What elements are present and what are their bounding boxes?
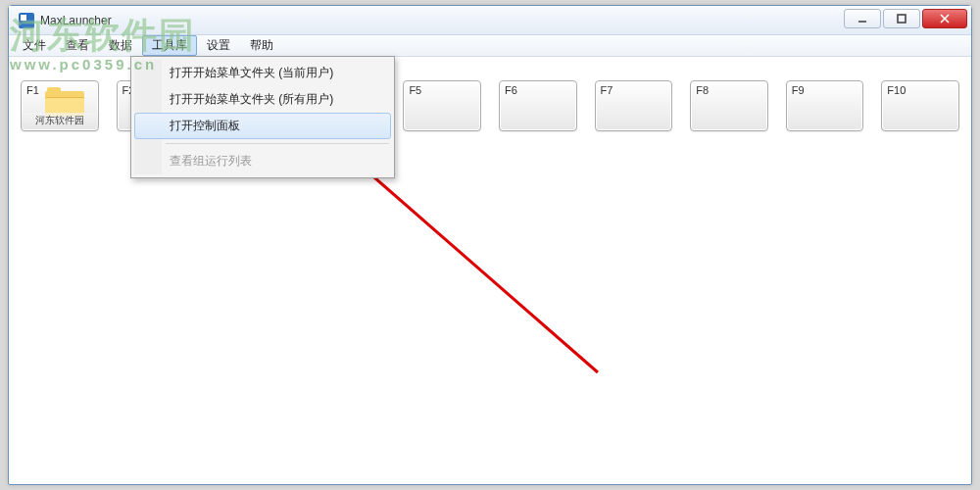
app-icon [19,13,34,28]
minimize-icon [857,13,868,24]
dropdown-item-view-run-list: 查看组运行列表 [134,148,391,174]
menu-file[interactable]: 文件 [13,35,56,56]
maximize-button[interactable] [883,9,920,28]
menubar: 文件 查看 数据 工具库 设置 帮助 [9,35,971,57]
slot-key-label: F1 [26,84,39,96]
slot-f7[interactable]: F7 [595,80,673,131]
slot-caption: 河东软件园 [22,113,98,128]
menu-help[interactable]: 帮助 [240,35,283,56]
dropdown-item-start-all-users[interactable]: 打开开始菜单文件夹 (所有用户) [134,86,391,113]
slot-key-label: F9 [792,84,805,96]
svg-rect-1 [898,15,906,23]
slot-key-label: F10 [887,84,906,96]
slot-key-label: F6 [505,84,517,96]
slot-f1[interactable]: F1 河东软件园 [21,80,99,131]
titlebar[interactable]: MaxLauncher [9,6,971,35]
dropdown-item-control-panel[interactable]: 打开控制面板 [134,113,391,139]
close-button[interactable] [922,9,967,28]
slot-f6[interactable]: F6 [499,80,577,131]
window-buttons [844,9,967,28]
dropdown-item-start-current-user[interactable]: 打开开始菜单文件夹 (当前用户) [134,60,391,86]
slot-key-label: F7 [601,84,613,96]
slot-key-label: F5 [409,84,421,96]
slot-f5[interactable]: F5 [403,80,481,131]
menu-data[interactable]: 数据 [99,35,142,56]
menu-settings[interactable]: 设置 [197,35,240,56]
tools-dropdown: 打开开始菜单文件夹 (当前用户) 打开开始菜单文件夹 (所有用户) 打开控制面板… [130,56,395,178]
app-window: MaxLauncher 文件 查看 数据 工具库 设置 帮助 打开开始菜单文件夹… [8,5,972,485]
maximize-icon [896,13,907,24]
slot-f8[interactable]: F8 [690,80,768,131]
minimize-button[interactable] [844,9,881,28]
menu-tools[interactable]: 工具库 [142,35,197,56]
window-title: MaxLauncher [40,14,112,27]
menu-view[interactable]: 查看 [56,35,99,56]
dropdown-separator [166,143,389,144]
slot-f9[interactable]: F9 [786,80,864,131]
slot-f10[interactable]: F10 [881,80,959,131]
close-icon [939,13,951,24]
slot-key-label: F8 [696,84,709,96]
